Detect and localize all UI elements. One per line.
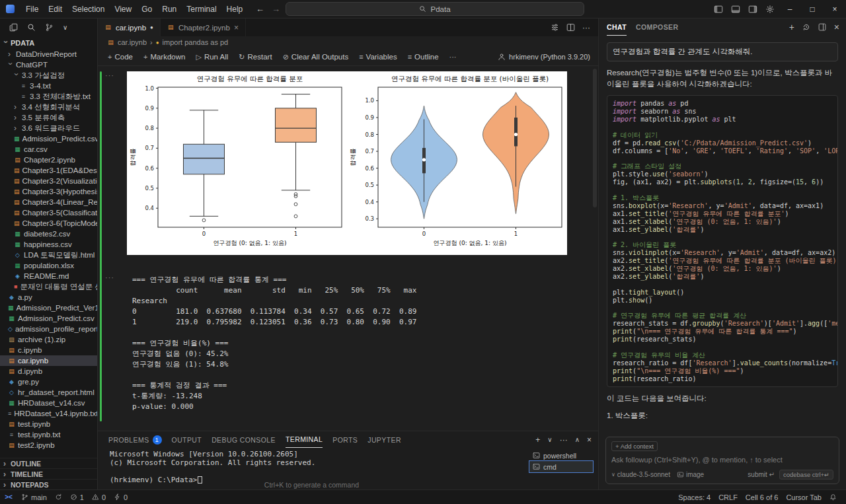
open-in-editor-icon[interactable] xyxy=(818,23,826,31)
layout-sidebar-icon[interactable] xyxy=(710,0,727,18)
tree-item[interactable]: ▦car.csv xyxy=(0,144,97,155)
chat-input-box[interactable]: + Add context Ask followup (Ctrl+Shift+Y… xyxy=(605,437,839,484)
tree-item[interactable]: ◆a.py xyxy=(0,292,97,303)
tree-item[interactable]: ▤c.ipynb xyxy=(0,345,97,355)
terminal-instance-powershell[interactable]: powershell xyxy=(529,450,593,461)
tree-item[interactable]: ◈README.md xyxy=(0,271,97,281)
tree-item[interactable]: ▦population.xlsx xyxy=(0,260,97,271)
menu-selection[interactable]: Selection xyxy=(67,3,109,16)
more-actions-icon[interactable]: ··· xyxy=(560,435,568,445)
status-branch[interactable]: main xyxy=(17,490,51,504)
tree-item[interactable]: ▤test2.ipynb xyxy=(0,440,97,450)
explorer-files-icon[interactable] xyxy=(9,23,18,32)
forward-button[interactable]: → xyxy=(270,4,282,14)
status-zap[interactable]: 0 xyxy=(110,490,132,504)
layout-panel-icon[interactable] xyxy=(727,0,744,18)
history-icon[interactable] xyxy=(802,23,810,31)
status-error[interactable]: 1 xyxy=(66,490,88,504)
search-icon[interactable] xyxy=(27,23,36,32)
source-control-icon[interactable] xyxy=(45,23,54,32)
submit-button[interactable]: submit ↵ xyxy=(748,471,775,478)
menu-help[interactable]: Help xyxy=(222,3,248,16)
code-button[interactable]: +Code xyxy=(103,51,137,63)
restart-button[interactable]: ↻Restart xyxy=(234,51,276,63)
tree-item[interactable]: ◆gre.py xyxy=(0,377,97,387)
tree-item[interactable]: ◇hr_dataset_report.html xyxy=(0,387,97,398)
explorer-section-header[interactable]: › PDATA xyxy=(0,36,97,49)
tree-item[interactable]: ▦Admission_Predict.csv xyxy=(0,133,97,144)
tree-item[interactable]: ▤Chapter2.ipynb xyxy=(0,155,97,165)
close-icon[interactable]: × xyxy=(834,22,839,32)
breadcrumb[interactable]: ▤ car.ipynb › ● import pandas as pd xyxy=(98,36,598,48)
panel-tab-ports[interactable]: PORTS xyxy=(332,431,358,448)
tree-item[interactable]: ▤Chapter3-5(Classification... xyxy=(0,207,97,218)
kernel-picker[interactable]: hrkimenv (Python 3.9.20) xyxy=(498,53,598,61)
model-selector[interactable]: ∨ claude-3.5-sonnet xyxy=(611,471,670,478)
menu-view[interactable]: View xyxy=(110,3,136,16)
user-message[interactable]: 연구경험과 합격률 간 관계도 시각화해줘. xyxy=(607,42,838,61)
menu-terminal[interactable]: Terminal xyxy=(182,3,221,16)
tree-item[interactable]: ≡3-4.txt xyxy=(0,81,97,91)
tree-item[interactable]: ▦happiness.csv xyxy=(0,239,97,250)
split-editor-icon[interactable] xyxy=(566,23,575,32)
tree-item[interactable]: ≡3.3 전체대화방.txt xyxy=(0,91,97,102)
tab-composer[interactable]: COMPOSER xyxy=(636,18,678,36)
tree-item[interactable]: ▤Chapter3-2(Visualization)... xyxy=(0,176,97,186)
editor-scrollbar[interactable] xyxy=(593,69,597,207)
tree-item[interactable]: ›3.6 워드클라우드 xyxy=(0,123,97,133)
terminal-instance-cmd[interactable]: cmd xyxy=(529,461,593,472)
codebase-button[interactable]: codebase ctrl+↵ xyxy=(779,470,833,480)
panel-tab-problems[interactable]: PROBLEMS1 xyxy=(108,431,162,448)
tree-item[interactable]: ›3.4 선형회귀분석 xyxy=(0,102,97,112)
cell-gutter-menu[interactable]: ··· xyxy=(105,273,114,281)
settings-gear-icon[interactable] xyxy=(761,0,779,18)
tree-item[interactable]: ▤Chapter3-4(Linear_Regre... xyxy=(0,197,97,207)
tree-item[interactable]: ›3.3 가설검정 xyxy=(0,70,97,81)
attach-image-button[interactable]: image xyxy=(677,471,704,478)
run-all-button[interactable]: ▷Run All xyxy=(191,51,233,63)
tree-item[interactable]: ›ChatGPT xyxy=(0,59,97,70)
panel-tab-output[interactable]: OUTPUT xyxy=(172,431,202,448)
markdown-button[interactable]: +Markdown xyxy=(139,51,190,63)
clear-all-outputs-button[interactable]: ⊘Clear All Outputs xyxy=(278,51,354,63)
tree-item[interactable]: ◇admission_profile_report.h... xyxy=(0,324,97,334)
back-button[interactable]: ← xyxy=(254,4,266,14)
tree-item[interactable]: ▦Admission_Predict.csv xyxy=(0,313,97,324)
tree-item[interactable]: ≡HRDataset_v14.ipynb.txt xyxy=(0,408,97,419)
tree-item[interactable]: ▦Admission_Predict_Ver1.1... xyxy=(0,303,97,313)
new-chat-icon[interactable]: + xyxy=(789,22,794,32)
minimize-button[interactable]: – xyxy=(779,0,801,18)
status-crlf[interactable]: CRLF xyxy=(714,490,742,504)
status-sync[interactable] xyxy=(51,490,66,504)
tree-item[interactable]: ▨archive (1).zip xyxy=(0,334,97,345)
status-cell-6-of-6[interactable]: Cell 6 of 6 xyxy=(742,490,783,504)
tree-item[interactable]: ›3.5 분류예측 xyxy=(0,112,97,123)
maximize-button[interactable]: □ xyxy=(801,0,824,18)
more-actions-icon[interactable]: ··· xyxy=(582,23,590,32)
tree-item[interactable]: ›DataDrivenReport xyxy=(0,49,97,59)
cell-gutter-menu[interactable]: ··· xyxy=(105,71,114,79)
status-warning[interactable]: 0 xyxy=(88,490,110,504)
panel-tab-jupyter[interactable]: JUPYTER xyxy=(367,431,401,448)
status-cursor-tab[interactable]: Cursor Tab xyxy=(782,490,826,504)
remote-indicator[interactable]: >< xyxy=(0,490,17,504)
sidebar-section-outline[interactable]: ›OUTLINE xyxy=(0,458,97,468)
command-center-search[interactable]: Pdata xyxy=(286,2,584,16)
tree-item[interactable]: ▦diabetes2.csv xyxy=(0,229,97,239)
tree-item[interactable]: ▤Chapter3-6(TopicModeli... xyxy=(0,218,97,229)
tree-item[interactable]: ≡test.ipynb.txt xyxy=(0,429,97,440)
tab-car-ipynb[interactable]: ▤ car.ipynb ● xyxy=(98,18,161,36)
sidebar-section-notepads[interactable]: ›NOTEPADS xyxy=(0,479,97,489)
outline-button[interactable]: ≡Outline xyxy=(403,51,443,63)
tree-item[interactable]: ▤car.ipynb xyxy=(0,355,97,366)
new-terminal-icon[interactable]: + xyxy=(535,435,540,445)
tree-item[interactable]: ▤test.ipynb xyxy=(0,419,97,429)
panel-tab-terminal[interactable]: TERMINAL xyxy=(286,431,323,448)
close-button[interactable]: × xyxy=(824,0,846,18)
status-bell[interactable] xyxy=(826,490,841,504)
close-panel-icon[interactable]: × xyxy=(587,435,592,445)
tree-item[interactable]: ▤Chapter3-1(EDA&Descrip... xyxy=(0,165,97,176)
sidebar-section-timeline[interactable]: ›TIMELINE xyxy=(0,468,97,479)
tree-item[interactable]: ▤Chapter3-3(Hypothesis_t... xyxy=(0,186,97,197)
menu-edit[interactable]: Edit xyxy=(44,3,67,16)
